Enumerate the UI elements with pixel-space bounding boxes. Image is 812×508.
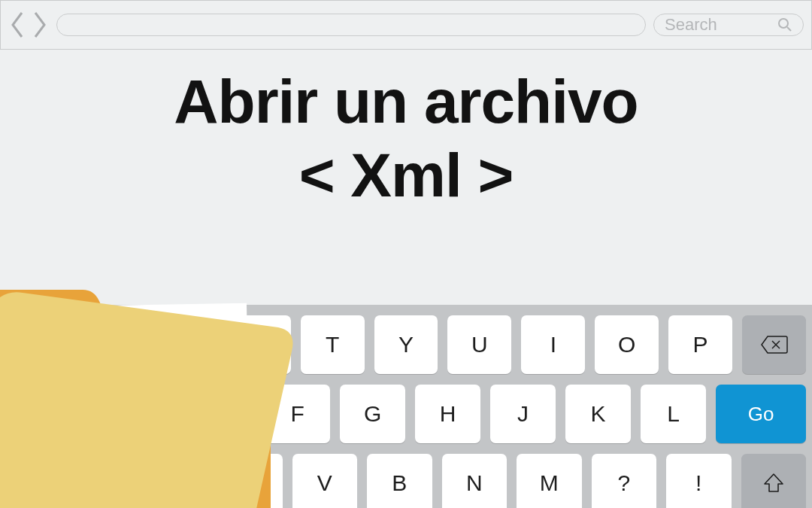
backspace-key[interactable] — [742, 315, 806, 374]
browser-toolbar: Search — [0, 0, 812, 50]
backspace-icon — [760, 335, 789, 354]
key-n[interactable]: N — [442, 454, 508, 508]
svg-line-1 — [787, 27, 791, 31]
search-placeholder: Search — [665, 15, 717, 35]
back-button[interactable] — [8, 10, 28, 40]
search-icon — [777, 17, 792, 32]
key-p[interactable]: P — [668, 315, 732, 374]
key-exclaim[interactable]: ! — [666, 454, 732, 508]
page-title: Abrir un archivo < Xml > — [0, 50, 812, 208]
key-l[interactable]: L — [641, 385, 706, 443]
key-y[interactable]: Y — [374, 315, 438, 374]
key-m[interactable]: M — [517, 454, 582, 508]
shift-key[interactable] — [741, 454, 807, 508]
key-t[interactable]: T — [301, 315, 365, 374]
page-content: Abrir un archivo < Xml > Q W E R T Y U I… — [0, 50, 812, 508]
key-u[interactable]: U — [447, 315, 511, 374]
title-line-2: < Xml > — [0, 143, 812, 208]
folder-front-icon — [0, 282, 301, 508]
shift-icon — [762, 472, 785, 494]
title-line-1: Abrir un archivo — [0, 69, 812, 134]
search-input[interactable]: Search — [653, 14, 804, 36]
url-bar[interactable] — [56, 14, 646, 36]
key-b[interactable]: B — [367, 454, 432, 508]
key-j[interactable]: J — [490, 385, 556, 443]
key-o[interactable]: O — [595, 315, 659, 374]
key-g[interactable]: G — [340, 385, 405, 443]
key-k[interactable]: K — [565, 385, 631, 443]
key-i[interactable]: I — [521, 315, 585, 374]
go-key[interactable]: Go — [716, 385, 806, 443]
key-question[interactable]: ? — [592, 454, 657, 508]
forward-button[interactable] — [29, 10, 49, 40]
key-v[interactable]: V — [292, 454, 358, 508]
chevron-left-icon — [8, 10, 28, 40]
key-h[interactable]: H — [415, 385, 480, 443]
chevron-right-icon — [29, 10, 49, 40]
svg-point-0 — [779, 19, 788, 28]
